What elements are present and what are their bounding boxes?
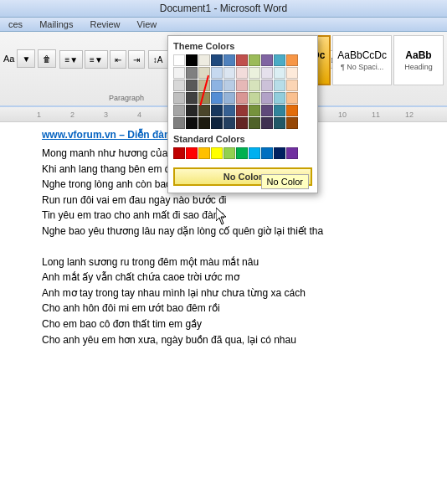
theme-color-cell[interactable] xyxy=(224,105,235,116)
theme-color-cell[interactable] xyxy=(286,105,298,116)
theme-color-cell[interactable] xyxy=(186,80,198,91)
theme-color-cell[interactable] xyxy=(198,54,210,66)
theme-color-cell[interactable] xyxy=(224,117,235,129)
standard-color-cell[interactable] xyxy=(236,147,248,159)
theme-color-cell[interactable] xyxy=(274,92,285,104)
style-nospace-text: AaBbCcDc xyxy=(337,49,387,61)
tab-review[interactable]: Review xyxy=(81,18,128,31)
font-size-btn[interactable]: ▼ xyxy=(17,49,35,68)
theme-color-cell[interactable] xyxy=(198,67,210,79)
doc-paragraph-2: Long lanh sương ru trong đêm một màu mắt… xyxy=(42,255,397,348)
theme-color-cell[interactable] xyxy=(173,67,185,79)
theme-color-cell[interactable] xyxy=(274,54,285,66)
theme-color-cell[interactable] xyxy=(173,54,185,66)
theme-color-cell[interactable] xyxy=(274,117,285,129)
theme-color-cell[interactable] xyxy=(224,54,235,66)
theme-color-cell[interactable] xyxy=(261,92,273,104)
theme-color-cell[interactable] xyxy=(261,80,273,91)
standard-color-cell[interactable] xyxy=(261,147,273,159)
doc-line-4: Run run đôi vai em đau ngày nào bước đi xyxy=(42,193,397,208)
tab-mailings[interactable]: Mailings xyxy=(31,18,81,31)
theme-color-cell[interactable] xyxy=(224,92,235,104)
theme-color-cell[interactable] xyxy=(198,80,210,91)
standard-color-cell[interactable] xyxy=(224,147,235,159)
title-bar: Document1 - Microsoft Word xyxy=(0,0,447,18)
style-heading-text: AaBb xyxy=(405,49,431,61)
standard-color-cell[interactable] xyxy=(211,147,223,159)
theme-color-cell[interactable] xyxy=(173,117,185,129)
theme-color-cell[interactable] xyxy=(249,105,260,116)
theme-color-cell[interactable] xyxy=(286,67,298,79)
theme-color-cell[interactable] xyxy=(173,92,185,104)
theme-color-cell[interactable] xyxy=(286,92,298,104)
clear-format-btn[interactable]: 🗑 xyxy=(38,49,56,68)
doc-line-11: Cho em bao cô đơn thất tim em gầy xyxy=(42,316,397,332)
theme-color-cell[interactable] xyxy=(261,117,273,129)
theme-color-cell[interactable] xyxy=(236,92,248,104)
style-heading[interactable]: AaBb Heading xyxy=(393,35,444,85)
standard-color-cell[interactable] xyxy=(274,147,285,159)
tab-bar: ces Mailings Review View xyxy=(0,18,447,32)
theme-color-cell[interactable] xyxy=(198,105,210,116)
theme-color-cell[interactable] xyxy=(274,67,285,79)
theme-color-cell[interactable] xyxy=(224,67,235,79)
theme-color-cell[interactable] xyxy=(286,80,298,91)
theme-color-cell[interactable] xyxy=(186,105,198,116)
theme-color-cell[interactable] xyxy=(249,80,260,91)
standard-color-cell[interactable] xyxy=(286,147,298,159)
theme-color-cell[interactable] xyxy=(186,92,198,104)
theme-color-cell[interactable] xyxy=(261,67,273,79)
standard-color-cell[interactable] xyxy=(198,147,210,159)
theme-color-cell[interactable] xyxy=(274,80,285,91)
standard-colors-title: Standard Colors xyxy=(173,134,312,144)
theme-color-cell[interactable] xyxy=(198,117,210,129)
theme-color-cell[interactable] xyxy=(186,117,198,129)
indent-decrease-btn[interactable]: ⇤ xyxy=(110,50,126,69)
theme-color-cell[interactable] xyxy=(211,105,223,116)
theme-color-cell[interactable] xyxy=(261,54,273,66)
theme-color-cell[interactable] xyxy=(286,117,298,129)
color-picker-dropdown: Theme Colors Standard Colors No Color No… xyxy=(167,35,318,193)
theme-color-cell[interactable] xyxy=(249,92,260,104)
theme-color-cell[interactable] xyxy=(186,67,198,79)
theme-color-cell[interactable] xyxy=(186,54,198,66)
theme-color-cell[interactable] xyxy=(286,54,298,66)
sort-btn[interactable]: ↕A xyxy=(148,50,168,69)
theme-color-cell[interactable] xyxy=(224,80,235,91)
theme-color-cell[interactable] xyxy=(236,54,248,66)
theme-color-cell[interactable] xyxy=(249,67,260,79)
style-heading-label: Heading xyxy=(404,63,433,71)
theme-color-cell[interactable] xyxy=(236,117,248,129)
no-color-label: No Color xyxy=(224,172,262,182)
theme-color-cell[interactable] xyxy=(198,92,210,104)
standard-colors-grid xyxy=(173,147,312,159)
theme-color-cell[interactable] xyxy=(173,105,185,116)
theme-color-cell[interactable] xyxy=(249,117,260,129)
theme-color-cell[interactable] xyxy=(211,80,223,91)
doc-line-8: Anh mắt ấy vẫn chất chứa caoe trời ước m… xyxy=(42,270,397,285)
indent-increase-btn[interactable]: ⇥ xyxy=(128,50,145,69)
theme-color-cell[interactable] xyxy=(236,80,248,91)
theme-color-cell[interactable] xyxy=(173,80,185,91)
theme-color-cell[interactable] xyxy=(236,67,248,79)
doc-line-12: Cho anh yêu em hơn xưa, ngày buồn đã qua… xyxy=(42,332,397,348)
theme-color-cell[interactable] xyxy=(211,92,223,104)
theme-color-cell[interactable] xyxy=(236,105,248,116)
theme-color-cell[interactable] xyxy=(274,105,285,116)
tab-view[interactable]: View xyxy=(129,18,166,31)
style-nospace[interactable]: AaBbCcDc ¶ No Spaci... xyxy=(332,35,392,85)
doc-line-5: Tin yêu em trao cho anh mất đi sao đành xyxy=(42,208,397,224)
standard-color-cell[interactable] xyxy=(186,147,198,159)
theme-color-cell[interactable] xyxy=(249,54,260,66)
standard-color-cell[interactable] xyxy=(173,147,185,159)
theme-color-cell[interactable] xyxy=(211,67,223,79)
numbered-list-btn[interactable]: ≡▼ xyxy=(85,50,108,69)
standard-color-cell[interactable] xyxy=(249,147,260,159)
tab-ces[interactable]: ces xyxy=(0,18,31,31)
theme-color-cell[interactable] xyxy=(211,54,223,66)
theme-color-cell[interactable] xyxy=(211,117,223,129)
doc-line-7: Long lanh sương ru trong đêm một màu mắt… xyxy=(42,255,397,270)
theme-color-cell[interactable] xyxy=(261,105,273,116)
bullet-list-btn[interactable]: ≡▼ xyxy=(59,50,83,69)
doc-line-9: Anh mơ tay trong tay nhau mình lại như c… xyxy=(42,285,397,301)
